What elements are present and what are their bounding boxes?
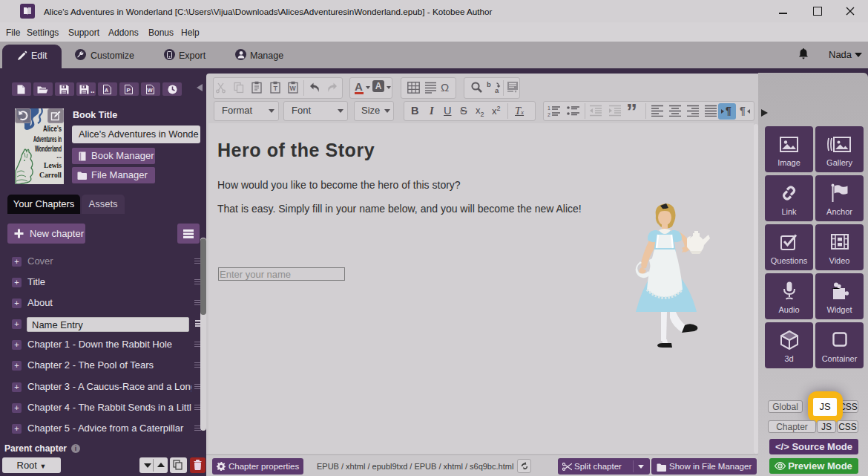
svg-text:T: T	[273, 85, 277, 92]
svg-text:2: 2	[548, 112, 550, 117]
svg-text:b: b	[487, 80, 491, 88]
svg-text:W: W	[147, 87, 153, 94]
svg-text:Carroll: Carroll	[39, 170, 62, 179]
svg-text:A: A	[105, 88, 108, 93]
svg-text:Lewis: Lewis	[44, 160, 62, 169]
svg-text:P: P	[127, 87, 131, 94]
svg-text:Adventures in: Adventures in	[33, 134, 62, 143]
svg-text:W: W	[290, 85, 297, 92]
svg-text:Alice’s: Alice’s	[43, 124, 62, 133]
svg-text:...: ...	[56, 152, 62, 160]
svg-text:1: 1	[548, 105, 550, 111]
